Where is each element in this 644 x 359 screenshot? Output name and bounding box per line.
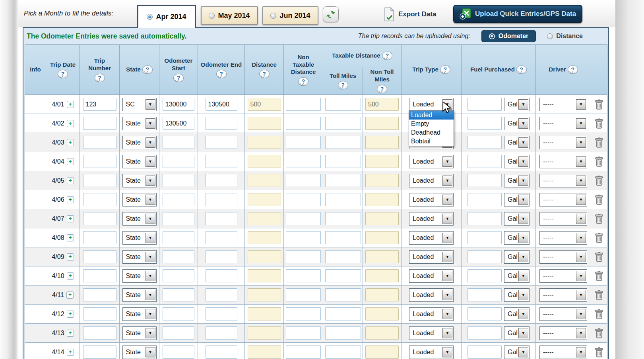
non-toll-miles-input[interactable] [365,269,399,282]
trip-number-input[interactable] [83,288,116,301]
fuel-purchased-input[interactable] [467,269,502,282]
distance-input[interactable] [248,345,281,359]
fuel-purchased-input[interactable] [467,155,502,168]
fuel-purchased-input[interactable] [467,193,502,206]
non-toll-miles-input[interactable] [365,326,399,340]
state-select[interactable]: State ▼ [122,212,157,226]
odometer-start-input[interactable] [163,269,194,282]
distance-mode-radio[interactable]: Distance [547,33,583,40]
add-trip-button[interactable]: + [67,158,74,165]
help-icon[interactable]: ? [516,66,527,74]
driver-select[interactable]: ----- ▼ [539,307,587,321]
fuel-unit-select[interactable]: Gal ▼ [504,98,530,111]
state-select[interactable]: State ▼ [122,136,157,149]
delete-row-button[interactable] [594,213,604,224]
distance-input[interactable] [248,193,281,206]
odometer-start-input[interactable] [163,98,194,111]
fuel-unit-select[interactable]: Gal ▼ [504,212,530,226]
toll-miles-input[interactable] [325,288,361,301]
non-taxable-distance-input[interactable] [286,345,321,359]
driver-select[interactable]: ----- ▼ [539,231,587,245]
non-toll-miles-input[interactable] [365,288,399,301]
delete-row-button[interactable] [594,194,604,205]
help-icon[interactable]: ? [173,74,184,82]
trip-type-select[interactable]: Loaded ▼ [409,269,454,283]
odometer-end-input[interactable] [206,174,237,187]
fuel-purchased-input[interactable] [467,307,502,320]
fuel-unit-select[interactable]: Gal ▼ [504,155,530,168]
fuel-unit-select[interactable]: Gal ▼ [504,326,530,340]
odometer-start-input[interactable] [163,307,194,320]
odometer-start-input[interactable] [163,193,194,206]
fuel-purchased-input[interactable] [467,345,502,359]
trip-type-select[interactable]: Loaded ▼ [409,250,454,264]
trip-type-select[interactable]: Loaded ▼ [409,345,454,359]
driver-select[interactable]: ----- ▼ [539,326,587,340]
delete-row-button[interactable] [594,270,604,282]
add-trip-button[interactable]: + [67,101,74,108]
trip-number-input[interactable] [83,345,116,359]
distance-input[interactable] [248,288,281,301]
delete-row-button[interactable] [594,99,604,110]
odometer-end-input[interactable] [206,345,237,359]
non-toll-miles-input[interactable] [365,98,399,111]
fuel-purchased-input[interactable] [467,136,502,149]
tab-apr-2014[interactable]: Apr 2014 [137,5,196,28]
help-icon[interactable]: ? [259,70,270,78]
trip-type-select[interactable]: Loaded ▼ [409,174,454,187]
tab-jun-2014[interactable]: Jun 2014 [262,6,318,25]
fuel-unit-select[interactable]: Gal ▼ [504,288,530,302]
trip-type-select[interactable]: Loaded ▼ [409,307,454,321]
distance-input[interactable] [248,231,281,244]
add-trip-button[interactable]: + [67,272,74,280]
odometer-start-input[interactable] [163,288,194,301]
trip-type-select[interactable]: Loaded ▼ [409,212,454,226]
trip-type-option-bobtail[interactable]: Bobtail [409,137,454,146]
odometer-start-input[interactable] [163,250,194,263]
add-trip-button[interactable]: + [67,311,74,318]
odometer-start-input[interactable] [163,136,194,149]
trip-number-input[interactable] [83,250,116,263]
delete-row-button[interactable] [594,347,604,358]
add-trip-button[interactable]: + [67,215,74,222]
fuel-unit-select[interactable]: Gal ▼ [504,345,530,359]
add-trip-button[interactable]: + [67,234,74,241]
trip-number-input[interactable] [83,231,116,244]
fuel-purchased-input[interactable] [467,326,502,340]
add-trip-button[interactable]: + [67,120,74,127]
non-toll-miles-input[interactable] [365,250,399,263]
fuel-purchased-input[interactable] [467,98,502,111]
distance-input[interactable] [248,136,281,149]
trip-number-input[interactable] [83,117,116,130]
state-select[interactable]: State ▼ [122,288,157,302]
state-select[interactable]: State ▼ [122,231,157,245]
non-taxable-distance-input[interactable] [286,174,321,187]
fuel-unit-select[interactable]: Gal ▼ [504,250,530,264]
distance-input[interactable] [248,212,281,225]
toll-miles-input[interactable] [325,345,361,359]
tab-may-2014[interactable]: May 2014 [201,6,258,25]
fuel-purchased-input[interactable] [467,231,502,244]
odometer-end-input[interactable] [206,155,237,168]
odometer-start-input[interactable] [163,155,194,168]
trip-number-input[interactable] [83,174,116,187]
toll-miles-input[interactable] [325,250,361,263]
delete-row-button[interactable] [594,175,604,186]
state-select[interactable]: State ▼ [122,269,157,283]
trip-number-input[interactable] [83,193,116,206]
odometer-start-input[interactable] [163,212,194,225]
add-trip-button[interactable]: + [67,177,74,184]
toll-miles-input[interactable] [325,212,361,225]
non-taxable-distance-input[interactable] [286,250,321,263]
distance-input[interactable] [248,98,281,111]
add-trip-button[interactable]: + [67,139,74,146]
odometer-end-input[interactable] [206,307,237,320]
fuel-purchased-input[interactable] [467,174,502,187]
delete-row-button[interactable] [594,232,604,243]
distance-input[interactable] [248,155,281,168]
driver-select[interactable]: ----- ▼ [539,98,587,111]
trip-type-select[interactable]: Loaded ▼ [409,288,454,302]
state-select[interactable]: State ▼ [122,250,157,264]
non-taxable-distance-input[interactable] [286,155,321,168]
trip-type-select[interactable]: Loaded ▼ [409,231,454,245]
